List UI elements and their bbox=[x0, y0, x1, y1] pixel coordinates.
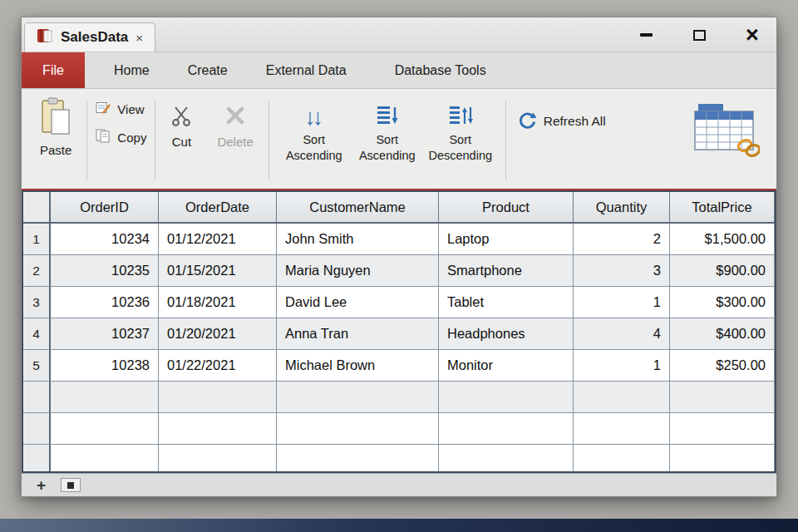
empty-cell[interactable] bbox=[277, 382, 439, 413]
cell-orderid[interactable]: 10235 bbox=[51, 255, 159, 287]
cell-product[interactable]: Laptop bbox=[439, 224, 574, 255]
view-label: View bbox=[117, 102, 144, 116]
cell-customername[interactable]: Maria Nguyen bbox=[277, 255, 439, 287]
copy-button[interactable]: Copy bbox=[96, 129, 146, 146]
empty-cell[interactable] bbox=[670, 382, 775, 413]
refresh-all-label: Refresh All bbox=[544, 114, 606, 129]
empty-cell[interactable] bbox=[51, 382, 159, 413]
cell-product[interactable]: Headphones bbox=[439, 318, 574, 350]
row-header-corner[interactable] bbox=[23, 192, 51, 224]
delete-button[interactable]: Delete bbox=[210, 104, 259, 185]
row-number[interactable]: 1 bbox=[23, 224, 51, 255]
cell-quantity[interactable]: 2 bbox=[574, 224, 670, 255]
row-number[interactable]: 4 bbox=[23, 318, 51, 350]
cell-orderdate[interactable]: 01/15/2021 bbox=[159, 255, 277, 287]
maximize-button[interactable] bbox=[688, 24, 710, 46]
close-button[interactable]: × bbox=[741, 24, 763, 46]
cell-customername[interactable]: David Lee bbox=[277, 287, 439, 318]
cell-totalprice[interactable]: $400.00 bbox=[670, 318, 775, 350]
cell-totalprice[interactable]: $900.00 bbox=[670, 255, 775, 287]
empty-cell[interactable] bbox=[670, 445, 775, 473]
column-header-customername[interactable]: CustomerName bbox=[277, 192, 439, 224]
cell-totalprice[interactable]: $250.00 bbox=[670, 350, 775, 382]
empty-cell[interactable] bbox=[159, 413, 277, 445]
minimize-button[interactable] bbox=[635, 24, 657, 46]
empty-cell[interactable] bbox=[574, 382, 670, 413]
row-number-empty[interactable] bbox=[23, 413, 51, 445]
document-tab[interactable]: SalesData × bbox=[24, 22, 155, 52]
empty-cell[interactable] bbox=[159, 382, 277, 413]
empty-cell[interactable] bbox=[439, 445, 574, 473]
sort-group: ↓↓ Sort Ascending bbox=[271, 96, 504, 185]
cell-orderdate[interactable]: 01/20/2021 bbox=[159, 318, 277, 350]
bottom-screen-strip bbox=[0, 519, 798, 532]
cut-button[interactable]: Cut bbox=[164, 104, 199, 185]
cell-product[interactable]: Monitor bbox=[439, 350, 574, 382]
cell-customername[interactable]: John Smith bbox=[277, 224, 439, 255]
cell-orderid[interactable]: 10236 bbox=[51, 287, 159, 318]
ribbon-separator bbox=[505, 101, 506, 180]
tab-external-data[interactable]: External Data bbox=[247, 52, 366, 88]
row-number[interactable]: 3 bbox=[23, 287, 51, 318]
record-indicator-button[interactable] bbox=[61, 478, 81, 492]
row-number-empty[interactable] bbox=[23, 445, 51, 473]
empty-cell[interactable] bbox=[574, 413, 670, 445]
tab-home[interactable]: Home bbox=[95, 52, 169, 88]
row-number[interactable]: 5 bbox=[23, 350, 51, 382]
cell-quantity[interactable]: 1 bbox=[574, 350, 670, 382]
column-header-totalprice[interactable]: TotalPrice bbox=[670, 192, 775, 224]
cell-orderdate[interactable]: 01/12/2021 bbox=[159, 224, 277, 255]
column-header-orderid[interactable]: OrderID bbox=[51, 192, 159, 224]
cell-quantity[interactable]: 1 bbox=[574, 287, 670, 318]
sort-ascending-button-1[interactable]: ↓↓ Sort Ascending bbox=[278, 102, 351, 185]
cell-product[interactable]: Tablet bbox=[439, 287, 574, 318]
empty-cell[interactable] bbox=[277, 445, 439, 473]
cell-quantity[interactable]: 3 bbox=[574, 255, 670, 287]
sort-ascending-button-2[interactable]: Sort Ascending bbox=[351, 102, 424, 185]
refresh-all-button[interactable]: Refresh All bbox=[508, 109, 616, 134]
empty-cell[interactable] bbox=[670, 413, 775, 445]
column-header-product[interactable]: Product bbox=[439, 192, 574, 224]
column-header-quantity[interactable]: Quantity bbox=[574, 192, 670, 224]
tab-create[interactable]: Create bbox=[169, 52, 247, 88]
cell-orderdate[interactable]: 01/18/2021 bbox=[159, 287, 277, 318]
ribbon-separator bbox=[155, 101, 155, 180]
tab-database-tools[interactable]: Database Tools bbox=[376, 52, 505, 88]
circular-refresh-icon bbox=[518, 111, 537, 133]
cell-orderid[interactable]: 10238 bbox=[51, 350, 159, 382]
column-header-orderdate[interactable]: OrderDate bbox=[159, 192, 277, 224]
cell-quantity[interactable]: 4 bbox=[574, 318, 670, 350]
empty-cell[interactable] bbox=[51, 413, 159, 445]
sort-descending-label: Sort Descending bbox=[426, 132, 495, 164]
empty-cell[interactable] bbox=[574, 445, 670, 473]
tab-close-icon[interactable]: × bbox=[135, 31, 143, 45]
empty-cell[interactable] bbox=[439, 413, 574, 445]
cell-product[interactable]: Smartphone bbox=[439, 255, 574, 287]
cell-orderdate[interactable]: 01/22/2021 bbox=[159, 350, 277, 382]
empty-cell[interactable] bbox=[277, 413, 439, 445]
delete-label: Delete bbox=[217, 135, 253, 149]
empty-cell[interactable] bbox=[51, 445, 159, 473]
empty-cell[interactable] bbox=[159, 445, 277, 473]
tab-file[interactable]: File bbox=[22, 52, 85, 88]
record-navigation-bar: + bbox=[22, 473, 776, 496]
copy-pages-icon bbox=[96, 129, 111, 146]
cell-orderid[interactable]: 10234 bbox=[51, 224, 159, 255]
row-number[interactable]: 2 bbox=[23, 255, 51, 287]
sort-descending-button[interactable]: Sort Descending bbox=[424, 102, 497, 185]
row-number-empty[interactable] bbox=[23, 382, 51, 413]
cell-totalprice[interactable]: $300.00 bbox=[670, 287, 775, 318]
cell-customername[interactable]: Michael Brown bbox=[277, 350, 439, 382]
cell-orderid[interactable]: 10237 bbox=[51, 318, 159, 350]
view-button[interactable]: View bbox=[96, 101, 146, 118]
maximize-icon bbox=[693, 30, 706, 41]
paste-button[interactable]: Paste bbox=[33, 96, 78, 185]
sort-ascending-label-1: Sort Ascending bbox=[280, 132, 348, 164]
empty-cell[interactable] bbox=[439, 382, 574, 413]
ribbon-separator bbox=[268, 101, 269, 180]
cell-customername[interactable]: Anna Tran bbox=[277, 318, 439, 350]
minimize-icon bbox=[640, 33, 653, 37]
cell-totalprice[interactable]: $1,500.00 bbox=[670, 224, 775, 255]
add-record-button[interactable]: + bbox=[37, 477, 46, 493]
sort-ascending-label-2: Sort Ascending bbox=[353, 132, 421, 164]
